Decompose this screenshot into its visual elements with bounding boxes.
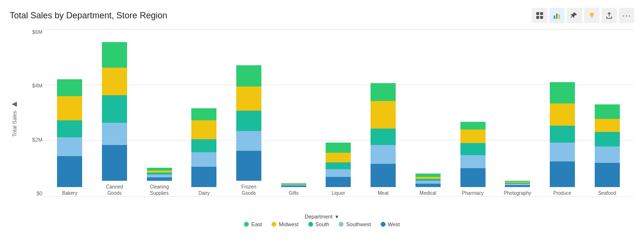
bar-segment-12-3 [595,119,620,132]
legend-area: Department ▼ EastMidwestSouthSouthwestWe… [10,214,634,227]
bar-segment-1-2 [102,95,127,123]
bar-segment-1-1 [102,123,127,145]
bar-segment-6-2 [326,162,351,169]
bar-segment-0-1 [57,137,82,156]
bar-group-medical: Medical [406,174,451,196]
bar-segment-9-4 [460,122,486,130]
chevron-down-icon[interactable]: ▼ [334,214,339,219]
bar-group-frozen-goods: Frozen Goods [227,65,272,196]
bar-segment-8-4 [415,174,441,177]
bar-segment-7-3 [371,101,396,129]
bar-label-6: Liquor [332,190,345,196]
stacked-bar-4[interactable] [236,65,261,181]
legend-label-west: West [388,221,400,227]
bar-segment-1-0 [102,145,127,181]
bar-label-5: Gifts [289,190,299,196]
bar-segment-12-0 [595,163,620,187]
bar-segment-2-0 [147,177,172,181]
bar-segment-10-0 [505,185,530,187]
toolbar: ··· [532,8,634,23]
legend-label-east: East [251,221,262,227]
stacked-bar-7[interactable] [371,83,396,187]
bar-label-7: Meat [378,190,388,196]
bar-segment-4-1 [236,131,261,151]
bar-group-liquor: Liquor [316,143,361,196]
stacked-bar-12[interactable] [595,104,620,187]
bar-segment-3-4 [191,108,216,120]
bar-label-10: Photography [504,190,531,196]
stacked-bar-9[interactable] [460,122,486,187]
bar-segment-3-2 [191,139,216,152]
bar-label-2: Cleaning Supplies [150,184,169,196]
bar-group-pharmacy: Pharmacy [450,122,495,196]
legend-dot-south [308,222,313,227]
bar-segment-11-0 [550,161,575,187]
bar-segment-11-2 [550,126,575,143]
y-axis: $6M $4M $2M $0 [21,27,43,211]
svg-rect-6 [558,15,560,19]
bar-segment-7-1 [371,145,396,164]
share-button[interactable] [601,8,617,23]
bar-segment-7-4 [371,83,396,101]
legend-dot-midwest [272,222,276,227]
y-tick-0: $0 [37,190,43,196]
bar-segment-12-4 [595,104,620,119]
bar-segment-6-1 [326,169,351,177]
legend-item-midwest: Midwest [272,221,298,227]
bar-group-meat: Meat [361,83,406,196]
bar-segment-4-3 [236,87,261,111]
legend-items: EastMidwestSouthSouthwestWest [10,221,634,227]
svg-point-7 [590,13,594,16]
table-view-button[interactable] [532,8,547,23]
bar-group-canned-goods: Canned Goods [92,42,137,196]
bar-label-1: Canned Goods [106,184,123,196]
bar-label-11: Produce [553,190,571,196]
bar-segment-8-0 [415,184,441,187]
bar-label-4: Frozen Goods [242,184,257,196]
bar-group-bakery: Bakery [47,79,92,196]
stacked-bar-0[interactable] [57,79,82,187]
legend-label-midwest: Midwest [279,221,298,227]
bar-label-3: Dairy [199,190,210,196]
stacked-bar-2[interactable] [147,168,172,181]
chart-area: Total Sales ▶ $6M $4M $2M $0 BakeryCanne… [10,27,634,211]
bar-segment-3-1 [191,152,216,167]
chart-inner: BakeryCanned GoodsCleaning SuppliesDairy… [43,27,634,211]
bar-label-12: Seafood [598,190,616,196]
chart-view-button[interactable] [549,8,565,23]
svg-rect-2 [536,16,539,19]
bar-label-8: Medical [420,190,436,196]
stacked-bar-10[interactable] [505,181,530,187]
bar-segment-12-2 [595,132,620,146]
bar-segment-4-4 [236,65,261,87]
y-tick-6m: $6M [32,29,43,35]
bar-segment-12-1 [595,146,620,163]
bar-segment-7-2 [371,129,396,145]
stacked-bar-6[interactable] [326,143,351,187]
insights-button[interactable] [584,8,600,23]
y-tick-2m: $2M [32,137,43,143]
stacked-bar-3[interactable] [191,108,216,187]
bar-segment-1-4 [102,42,127,68]
bar-segment-1-3 [102,68,127,95]
bar-label-0: Bakery [62,190,77,196]
legend-dot-southwest [339,222,343,227]
stacked-bar-11[interactable] [550,82,575,187]
stacked-bar-1[interactable] [102,42,127,181]
legend-title: Department ▼ [10,214,634,219]
svg-rect-5 [556,14,558,19]
stacked-bar-8[interactable] [415,174,441,187]
pin-button[interactable] [567,8,582,23]
more-button[interactable]: ··· [619,8,634,23]
y-axis-label: Total Sales ▶ [10,27,19,211]
stacked-bar-5[interactable] [281,183,306,187]
main-container: Total Sales by Department, Store Region [0,0,644,247]
svg-rect-1 [540,12,543,15]
legend-item-southwest: Southwest [339,221,371,227]
bar-segment-0-0 [57,156,82,187]
legend-dot-east [244,222,249,227]
bar-segment-11-1 [550,143,575,161]
page-title: Total Sales by Department, Store Region [10,11,167,21]
bar-group-gifts: Gifts [271,183,316,196]
bar-segment-0-4 [57,79,82,96]
